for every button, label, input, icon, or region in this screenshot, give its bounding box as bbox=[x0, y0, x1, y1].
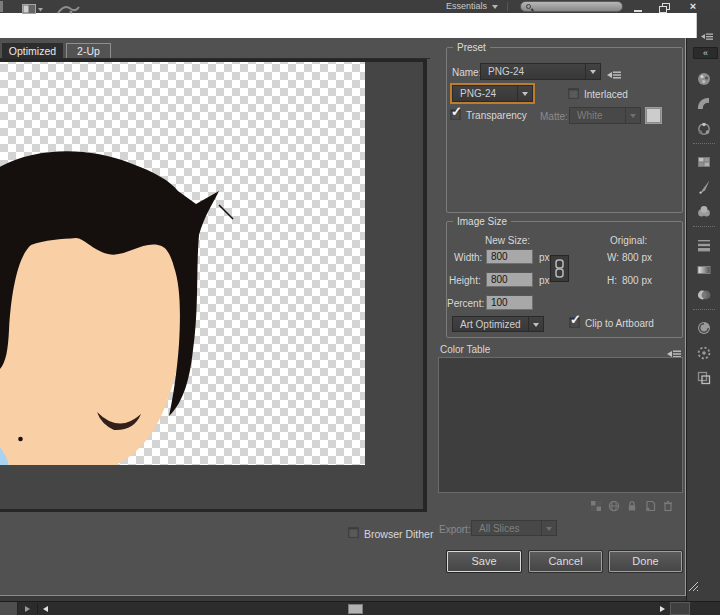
export-label: Export: bbox=[439, 524, 471, 535]
matte-label: Matte: bbox=[540, 111, 568, 122]
color-guide-panel-icon[interactable] bbox=[693, 93, 715, 115]
workspace-caret-icon bbox=[492, 5, 498, 9]
expand-panels-icon[interactable] bbox=[693, 47, 718, 59]
matte-dropdown[interactable]: White bbox=[569, 107, 641, 124]
illustrator-window: Essentials Optimized 2-Up bbox=[0, 0, 720, 615]
original-height-value: 800 px bbox=[622, 275, 652, 286]
brushes-panel-icon[interactable] bbox=[693, 176, 715, 198]
preset-name-dropdown[interactable]: PNG-24 bbox=[480, 63, 601, 80]
app-titlebar: Essentials bbox=[0, 0, 720, 13]
preset-name-label: Name: bbox=[452, 67, 481, 78]
statusbar-corner bbox=[0, 602, 18, 615]
titlebar-divider bbox=[507, 2, 508, 11]
mole-dot bbox=[18, 437, 23, 442]
interlaced-checkbox[interactable] bbox=[568, 88, 579, 99]
dock-separator bbox=[693, 309, 715, 314]
height-input[interactable]: 800 bbox=[486, 272, 533, 287]
transparency-checkbox[interactable] bbox=[450, 109, 461, 120]
chevron-down-icon bbox=[625, 108, 640, 123]
cc-libraries-panel-icon[interactable] bbox=[693, 317, 715, 339]
chevron-down-icon bbox=[541, 521, 556, 535]
recolor-panel-icon[interactable] bbox=[693, 118, 715, 140]
artboards-panel-icon[interactable] bbox=[693, 367, 715, 389]
width-input[interactable]: 800 bbox=[486, 249, 533, 264]
link-dimensions-button[interactable] bbox=[550, 255, 569, 282]
image-size-legend: Image Size bbox=[453, 216, 511, 227]
chevron-down-icon bbox=[517, 86, 532, 101]
width-unit: px bbox=[539, 252, 550, 263]
format-dropdown[interactable]: PNG-24 bbox=[452, 85, 533, 102]
stroke-panel-icon[interactable] bbox=[693, 234, 715, 256]
new-swatch-icon[interactable] bbox=[644, 500, 656, 512]
matte-color-swatch[interactable] bbox=[645, 107, 662, 124]
scrollbar-divider bbox=[37, 604, 38, 614]
new-size-label: New Size: bbox=[485, 235, 530, 246]
preset-legend: Preset bbox=[453, 42, 490, 53]
dock-separator bbox=[693, 226, 715, 231]
clip-to-artboard-label: Clip to Artboard bbox=[585, 318, 654, 329]
web-shift-icon[interactable] bbox=[608, 500, 620, 512]
cancel-button[interactable]: Cancel bbox=[529, 551, 602, 572]
lock-icon[interactable] bbox=[626, 500, 638, 512]
gradient-panel-icon[interactable] bbox=[693, 259, 715, 281]
dock-menu-icon[interactable] bbox=[700, 27, 714, 45]
scrollbar-corner-box[interactable] bbox=[670, 602, 690, 615]
transparency-label: Transparency bbox=[466, 110, 527, 121]
original-height-key: H: bbox=[607, 275, 617, 286]
search-field[interactable] bbox=[520, 1, 623, 12]
arrange-documents-icon[interactable] bbox=[22, 1, 44, 19]
interlaced-label: Interlaced bbox=[584, 89, 628, 100]
preset-menu-icon[interactable] bbox=[606, 66, 622, 84]
chevron-down-icon bbox=[528, 317, 543, 331]
browser-dither-label: Browser Dither bbox=[364, 528, 433, 540]
antialias-dropdown[interactable]: Art Optimized bbox=[452, 316, 544, 332]
export-dropdown[interactable]: All Slices bbox=[471, 520, 557, 536]
tab-optimized[interactable]: Optimized bbox=[2, 43, 63, 59]
minimize-button[interactable] bbox=[628, 0, 648, 13]
width-label: Width: bbox=[454, 252, 482, 263]
dock-separator bbox=[693, 143, 715, 148]
scrollbar-thumb[interactable] bbox=[348, 604, 363, 614]
search-icon bbox=[526, 4, 531, 9]
chain-link-icon bbox=[553, 258, 566, 279]
transparency-panel-icon[interactable] bbox=[693, 284, 715, 306]
scroll-right-arrow-icon[interactable] bbox=[660, 606, 665, 612]
browser-dither-checkbox[interactable] bbox=[348, 527, 359, 538]
original-label: Original: bbox=[610, 235, 647, 246]
brush-swoosh-icon[interactable] bbox=[56, 1, 80, 19]
panel-dock bbox=[686, 13, 720, 602]
optimized-preview[interactable] bbox=[0, 59, 427, 512]
tab-2up[interactable]: 2-Up bbox=[66, 43, 111, 59]
workspace-switcher[interactable]: Essentials bbox=[446, 1, 487, 11]
swatches-panel-icon[interactable] bbox=[693, 151, 715, 173]
color-table-swatch-area[interactable] bbox=[438, 357, 683, 493]
trash-icon[interactable] bbox=[662, 500, 674, 512]
color-table-label: Color Table bbox=[440, 344, 490, 355]
done-button[interactable]: Done bbox=[609, 551, 682, 572]
color-panel-icon[interactable] bbox=[693, 68, 715, 90]
chevron-down-icon bbox=[585, 64, 600, 79]
clip-to-artboard-checkbox[interactable] bbox=[569, 317, 580, 328]
horizontal-scrollbar bbox=[0, 601, 720, 615]
percent-input[interactable]: 100 bbox=[486, 295, 533, 310]
height-unit: px bbox=[539, 275, 550, 286]
original-width-key: W: bbox=[607, 252, 619, 263]
dialog-titlebar[interactable] bbox=[0, 13, 697, 38]
scroll-left-arrow-icon[interactable] bbox=[43, 606, 48, 612]
close-button[interactable] bbox=[680, 0, 706, 13]
toolbar-edge-icon bbox=[0, 1, 3, 12]
dither-icon[interactable] bbox=[590, 500, 602, 512]
restore-button[interactable] bbox=[654, 0, 674, 13]
save-button[interactable]: Save bbox=[447, 551, 521, 572]
separations-panel-icon[interactable] bbox=[693, 342, 715, 364]
save-for-web-dialog: Optimized 2-Up bbox=[0, 38, 686, 596]
original-width-value: 800 px bbox=[622, 252, 652, 263]
resize-grip[interactable] bbox=[687, 578, 699, 590]
percent-label: Percent: bbox=[447, 298, 484, 309]
symbols-panel-icon[interactable] bbox=[693, 201, 715, 223]
height-label: Height: bbox=[449, 275, 481, 286]
scroll-step-right-icon[interactable] bbox=[25, 606, 30, 612]
